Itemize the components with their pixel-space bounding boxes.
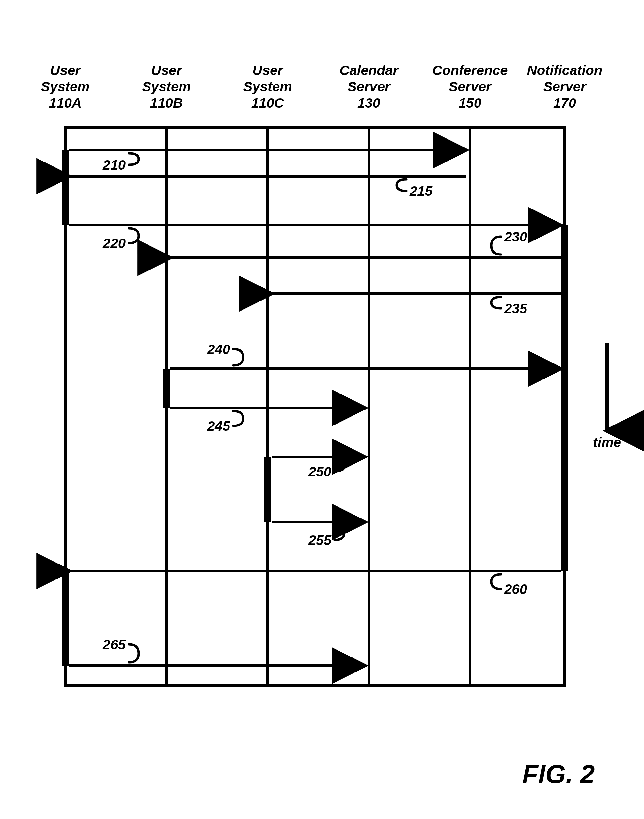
lifeline-label-us_c-3: 110C (251, 95, 284, 110)
ref-label-220: 220 (103, 236, 126, 251)
ref-label-255: 255 (308, 533, 332, 548)
ref-hook-265 (129, 644, 139, 662)
ref-label-265: 265 (103, 637, 126, 652)
lifeline-label-us_a-2: System (41, 79, 89, 94)
lifeline-label-notif-2: Server (543, 79, 587, 94)
lifeline-label-conf-3: 150 (458, 95, 481, 110)
ref-hook-220 (129, 228, 139, 243)
lifeline-label-us_c-2: System (243, 79, 292, 94)
ref-label-230: 230 (504, 229, 527, 244)
ref-label-235: 235 (504, 301, 527, 316)
ref-hook-245 (233, 411, 243, 426)
lifeline-label-conf-1: Conference (432, 63, 508, 78)
time-label: time (593, 435, 621, 450)
ref-label-260: 260 (504, 582, 527, 597)
ref-label-215: 215 (409, 184, 433, 199)
lifeline-label-notif-1: Notification (527, 63, 603, 78)
ref-hook-210 (129, 153, 139, 165)
ref-hook-230 (491, 237, 501, 254)
ref-hook-260 (491, 574, 501, 589)
lifeline-label-us_c-1: User (252, 63, 284, 78)
lifeline-label-conf-2: Server (449, 79, 492, 94)
ref-label-210: 210 (103, 157, 126, 173)
lifeline-label-cal-3: 130 (357, 95, 380, 110)
lifeline-label-notif-3: 170 (553, 95, 576, 110)
lifeline-label-us_b-1: User (151, 63, 182, 78)
lifeline-label-cal-1: Calendar (339, 63, 399, 78)
ref-label-240: 240 (207, 341, 230, 357)
ref-hook-250 (334, 460, 344, 471)
sequence-diagram: UserSystem110AUserSystem110BUserSystem11… (0, 0, 644, 819)
ref-hook-215 (397, 179, 406, 191)
ref-hook-235 (491, 297, 501, 308)
ref-hook-240 (233, 349, 243, 366)
lifeline-label-us_b-2: System (142, 79, 191, 94)
lifeline-label-us_a-1: User (50, 63, 81, 78)
ref-hook-255 (334, 525, 344, 540)
lifeline-label-us_a-3: 110A (49, 95, 81, 110)
diagram-frame (65, 127, 565, 685)
lifeline-label-cal-2: Server (348, 79, 391, 94)
ref-label-250: 250 (308, 464, 331, 479)
figure-label: FIG. 2 (522, 759, 595, 788)
lifeline-label-us_b-3: 110B (150, 95, 183, 110)
ref-label-245: 245 (207, 418, 230, 434)
